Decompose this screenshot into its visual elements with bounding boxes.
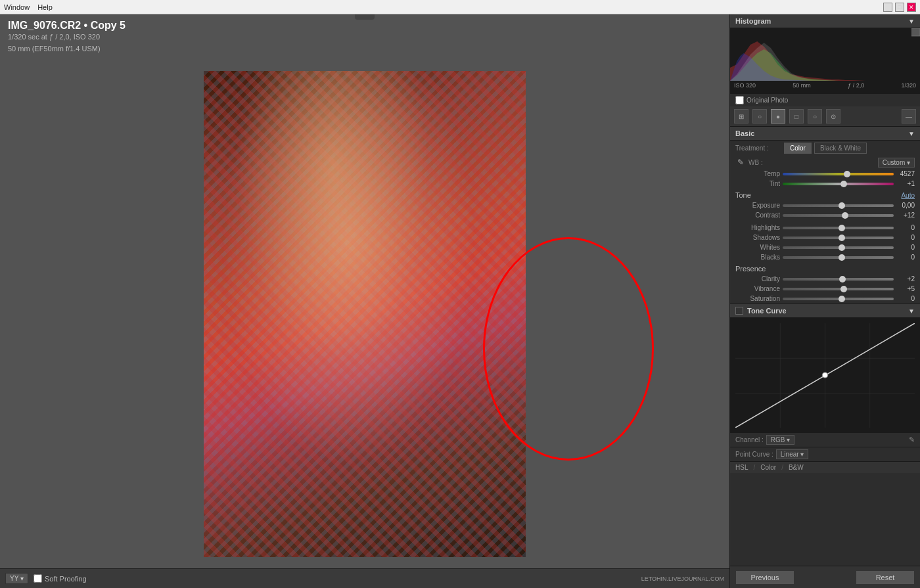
channel-row: Channel : RGB ▾ ✎ (730, 433, 920, 447)
saturation-track[interactable] (783, 298, 894, 300)
saturation-value: 0 (896, 295, 915, 302)
exposure-thumb[interactable] (839, 202, 845, 209)
temp-value: 4527 (896, 170, 915, 177)
crop-tool[interactable]: ○ (752, 109, 767, 124)
whites-thumb[interactable] (839, 244, 845, 251)
tint-thumb[interactable] (840, 181, 847, 187)
temp-slider-row: Temp 4527 (730, 169, 920, 179)
watermark: LETOHIN.LIVEJOURNAL.COM (641, 576, 724, 582)
whites-track[interactable] (783, 246, 894, 249)
basic-title: Basic (735, 129, 754, 137)
photo-image (204, 71, 526, 557)
contrast-slider-row: Contrast +12 (730, 210, 920, 220)
treatment-color-btn[interactable]: Color (784, 143, 812, 154)
treatment-row: Treatment : Color Black & White (730, 141, 920, 156)
graduated-filter-tool[interactable]: ○ (808, 109, 822, 124)
soft-proofing-label[interactable]: Soft Proofing (34, 574, 87, 583)
close-button[interactable]: ✕ (907, 3, 916, 12)
channel-label: Channel : (735, 436, 764, 443)
wb-value-btn[interactable]: Custom ▾ (878, 158, 915, 168)
clarity-track[interactable] (783, 278, 894, 281)
highlights-track[interactable] (783, 227, 894, 229)
spot-removal-tool[interactable]: ● (771, 109, 785, 124)
hist-shutter: 1/320 (901, 82, 916, 89)
maximize-button[interactable]: □ (895, 3, 904, 12)
tone-curve-edit-icon[interactable]: ✎ (909, 436, 915, 444)
center-panel: IMG_9076.CR2 • Copy 5 1/320 sec at ƒ / 2… (0, 14, 729, 588)
toolbar-button-1[interactable]: YY ▾ (5, 573, 28, 584)
photo-area (0, 60, 729, 568)
svg-point-8 (822, 373, 827, 378)
window-controls: _ □ ✕ (883, 3, 916, 12)
highlights-slider-row: Highlights 0 (730, 223, 920, 233)
histogram-chevron[interactable]: ▼ (908, 18, 915, 25)
tone-curve-title: Tone Curve (747, 307, 787, 315)
temp-label: Temp (735, 170, 780, 177)
tone-title: Tone (735, 191, 751, 199)
temp-thumb[interactable] (844, 171, 850, 177)
blacks-label: Blacks (735, 254, 780, 261)
vibrance-thumb[interactable] (840, 286, 847, 292)
hsl-row: HSL / Color / B&W (730, 461, 920, 473)
whites-label: Whites (735, 244, 780, 251)
previous-button[interactable]: Previous (735, 570, 794, 585)
contrast-track[interactable] (783, 214, 894, 217)
clarity-slider-row: Clarity +2 (730, 274, 920, 284)
minimize-button[interactable]: _ (883, 3, 892, 12)
tone-curve-chevron[interactable]: ▼ (908, 307, 915, 315)
tone-curve-icon[interactable] (735, 307, 743, 315)
hist-iso: ISO 320 (734, 82, 756, 89)
tone-curve-header: Tone Curve ▼ (730, 304, 920, 318)
original-photo-checkbox[interactable] (735, 96, 744, 104)
shadows-track[interactable] (783, 237, 894, 239)
saturation-thumb[interactable] (839, 296, 845, 302)
contrast-thumb[interactable] (842, 212, 848, 219)
help-menu[interactable]: Help (37, 3, 53, 11)
shadows-slider-row: Shadows 0 (730, 233, 920, 242)
vibrance-slider-row: Vibrance +5 (730, 284, 920, 294)
blacks-track[interactable] (783, 256, 894, 259)
saturation-slider-row: Saturation 0 (730, 294, 920, 304)
soft-proofing-checkbox[interactable] (34, 574, 42, 583)
contrast-value: +12 (896, 212, 915, 219)
treatment-bw-btn[interactable]: Black & White (814, 143, 867, 154)
basic-panel-header: Basic ▼ (730, 127, 920, 141)
hsl-tab[interactable]: HSL (735, 464, 748, 471)
drag-handle[interactable] (355, 14, 375, 20)
tool-row: ⊞ ○ ● □ ○ ⊙ — (730, 106, 920, 127)
exposure-label: Exposure (735, 202, 780, 209)
blacks-thumb[interactable] (839, 254, 845, 261)
contrast-label: Contrast (735, 212, 780, 219)
vibrance-value: +5 (896, 285, 915, 292)
wb-eyedropper-btn[interactable]: ✎ (735, 157, 746, 168)
highlights-thumb[interactable] (839, 225, 845, 231)
window-menu[interactable]: Window (4, 3, 30, 11)
color-tab[interactable]: Color (760, 464, 776, 471)
menu-bar: Window Help (4, 3, 53, 11)
bw-tab[interactable]: B&W (789, 464, 804, 471)
basic-chevron[interactable]: ▼ (908, 130, 915, 137)
clarity-thumb[interactable] (839, 276, 846, 283)
presence-title: Presence (735, 265, 766, 273)
tone-curve-area[interactable] (730, 318, 920, 433)
histogram-svg (730, 28, 920, 81)
reset-button[interactable]: Reset (856, 570, 915, 585)
shadows-label: Shadows (735, 234, 780, 241)
redeye-tool[interactable]: □ (789, 109, 804, 124)
panel-bottom: Previous Reset (730, 566, 920, 588)
exposure-track[interactable] (783, 204, 894, 207)
shadows-thumb[interactable] (839, 235, 845, 241)
grid-tool[interactable]: ⊞ (734, 109, 748, 124)
channel-dropdown[interactable]: RGB ▾ (766, 435, 794, 445)
point-curve-dropdown[interactable]: Linear ▾ (776, 449, 809, 459)
tint-track[interactable] (783, 183, 894, 185)
wb-label: WB : (748, 159, 768, 166)
vibrance-label: Vibrance (735, 285, 780, 292)
radial-filter-tool[interactable]: ⊙ (826, 109, 840, 124)
tone-auto-btn[interactable]: Auto (901, 192, 915, 199)
vibrance-track[interactable] (783, 288, 894, 290)
saturation-label: Saturation (735, 295, 780, 302)
settings-tool[interactable]: — (902, 109, 916, 124)
temp-track[interactable] (783, 173, 894, 175)
whites-slider-row: Whites 0 (730, 242, 920, 252)
